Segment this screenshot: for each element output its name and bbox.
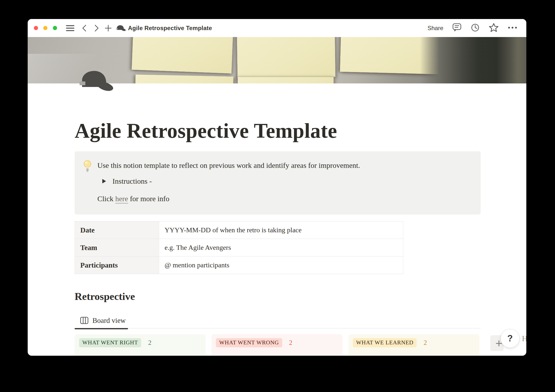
sticky-note	[237, 37, 336, 78]
tab-board-view[interactable]: Board view	[75, 312, 128, 329]
cap-strap-notch	[80, 81, 85, 85]
view-tab-bar: Board view	[75, 312, 481, 329]
star-icon	[489, 23, 499, 33]
link-prefix-text: Click	[97, 195, 115, 203]
navigate-back-button[interactable]	[80, 19, 89, 37]
cover-dark-band	[420, 37, 526, 83]
instructions-toggle[interactable]: Instructions -	[102, 177, 152, 185]
property-value-participants[interactable]: @ mention participants	[159, 256, 403, 274]
titlebar-title: Agile Retrospective Template	[128, 19, 212, 37]
group-count: 2	[289, 339, 293, 347]
board-column-what-went-wrong: WHAT WENT WRONG 2	[212, 334, 342, 356]
cap-strap-notch	[116, 28, 118, 29]
plus-icon	[104, 24, 112, 32]
board-column-what-we-learned: WHAT WE LEARNED 2	[348, 334, 479, 356]
favorite-button[interactable]	[489, 23, 499, 34]
tab-page-icon	[116, 19, 127, 37]
group-pill[interactable]: WHAT WENT RIGHT	[79, 338, 141, 347]
active-tab-underline	[75, 328, 128, 329]
navigate-forward-button[interactable]	[92, 19, 101, 37]
link-suffix-text: for more info	[128, 195, 169, 203]
tab-label: Board view	[92, 316, 126, 325]
board-view: WHAT WENT RIGHT 2 WHAT WENT WRONG 2 WHAT…	[75, 334, 526, 356]
cap-icon	[116, 25, 126, 32]
table-row: Team e.g. The Agile Avengers	[75, 239, 403, 256]
callout-block[interactable]: Use this notion template to reflect on p…	[75, 151, 481, 215]
minimize-button[interactable]	[43, 26, 47, 30]
share-button[interactable]: Share	[427, 25, 443, 32]
close-button[interactable]	[34, 26, 38, 30]
menu-icon	[66, 24, 74, 33]
group-count: 2	[424, 339, 427, 347]
section-heading: Retrospective	[75, 291, 135, 302]
sticky-note	[135, 75, 233, 83]
back-icon	[81, 24, 88, 33]
property-value-team[interactable]: e.g. The Agile Avengers	[159, 239, 403, 256]
forward-icon	[92, 24, 100, 33]
comments-icon	[452, 23, 462, 33]
callout-text: Use this notion template to reflect on p…	[97, 161, 360, 170]
sidebar-menu-button[interactable]	[65, 19, 76, 37]
property-label-participants[interactable]: Participants	[75, 256, 159, 274]
titlebar: Agile Retrospective Template Share	[28, 19, 526, 37]
page-title[interactable]: Agile Retrospective Template	[75, 119, 337, 143]
cap-icon	[80, 70, 114, 92]
table-row: Date YYYY-MM-DD of when the retro is tak…	[75, 221, 403, 239]
page-icon-cap[interactable]	[80, 70, 114, 92]
property-value-date[interactable]: YYYY-MM-DD of when the retro is taking p…	[159, 221, 403, 239]
group-count: 2	[148, 339, 151, 347]
property-label-date[interactable]: Date	[75, 221, 159, 239]
sticky-note	[132, 37, 233, 74]
zoom-button[interactable]	[53, 26, 57, 30]
toggle-triangle-icon	[102, 179, 106, 183]
toggle-label: Instructions -	[112, 177, 152, 185]
history-clock-icon	[470, 23, 480, 32]
history-button[interactable]	[470, 23, 480, 33]
board-column-what-went-right: WHAT WENT RIGHT 2	[75, 334, 206, 356]
group-pill[interactable]: WHAT WE LEARNED	[353, 338, 417, 347]
property-label-team[interactable]: Team	[75, 239, 159, 256]
help-button[interactable]: ?	[501, 329, 519, 348]
group-pill[interactable]: WHAT WENT WRONG	[216, 338, 282, 347]
lightbulb-icon	[83, 160, 92, 174]
properties-table: Date YYYY-MM-DD of when the retro is tak…	[75, 221, 403, 274]
clipped-hidden-text: H	[522, 334, 526, 343]
board-view-icon	[80, 317, 88, 324]
more-button[interactable]	[508, 26, 517, 30]
ellipsis-icon	[508, 26, 517, 29]
table-row: Participants @ mention participants	[75, 256, 403, 274]
comments-button[interactable]	[452, 23, 462, 34]
sticky-note	[238, 77, 334, 83]
callout-link-line: Click here for more info	[97, 195, 170, 203]
here-link[interactable]: here	[115, 195, 128, 203]
notion-window: Agile Retrospective Template Share	[28, 19, 526, 356]
new-tab-button[interactable]	[103, 19, 113, 37]
